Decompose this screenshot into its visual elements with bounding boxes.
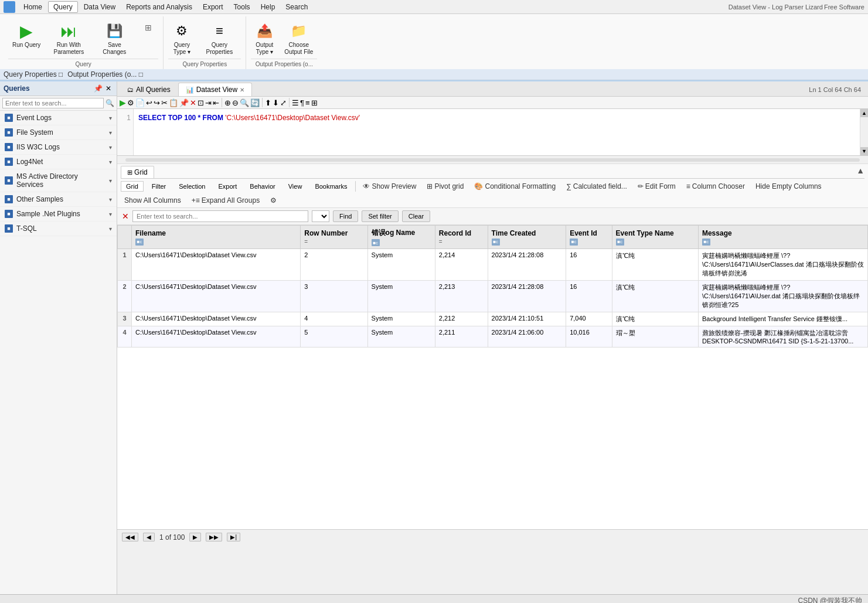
sql-fold-icon[interactable]: ⊕ <box>224 98 231 107</box>
find-button[interactable]: Find <box>333 210 358 222</box>
record-id-filter-icon[interactable]: = <box>439 239 442 245</box>
grid-sub-tab-export[interactable]: Export <box>214 182 242 191</box>
menu-data-view[interactable]: Data View <box>79 2 120 12</box>
filter-dropdown[interactable] <box>312 210 329 222</box>
sql-scroll-down[interactable]: ▼ <box>860 147 868 155</box>
choose-output-button[interactable]: 📁 ChooseOutput File <box>280 19 317 59</box>
grid-main-tab[interactable]: ⊞ Grid <box>121 166 154 178</box>
sql-paste-icon[interactable]: 📌 <box>179 98 189 107</box>
sql-up-icon[interactable]: ⬆ <box>265 98 271 107</box>
tab-all-queries[interactable]: 🗂 All Queries <box>120 83 178 96</box>
cond-format-button[interactable]: 🎨 Conditional Formatting <box>471 181 559 192</box>
col-header-event-type[interactable]: Event Type Name ■c <box>612 226 698 249</box>
filename-filter-icon[interactable]: ■c <box>135 239 144 246</box>
calc-field-button[interactable]: ∑ Calculated field... <box>563 181 631 192</box>
menu-reports[interactable]: Reports and Analysis <box>121 2 197 12</box>
grid-sub-tab-behavior[interactable]: Behavior <box>245 182 280 191</box>
sidebar-search-input[interactable] <box>2 98 104 108</box>
sidebar-item-tsql[interactable]: ■ T-SQL ▾ <box>0 222 117 236</box>
time-filter-icon[interactable]: ■c <box>492 239 500 246</box>
grid-sub-tab-filter[interactable]: Filter <box>147 182 171 191</box>
tab-dataset-view[interactable]: 📊 Dataset View ✕ <box>178 83 252 96</box>
col-header-row-number[interactable]: Row Number = <box>301 226 367 249</box>
page-next-button[interactable]: ▶ <box>189 533 201 541</box>
sql-undo-icon[interactable]: ↩ <box>146 98 152 107</box>
sidebar-item-log4net[interactable]: ■ Log4Net ▾ <box>0 155 117 169</box>
menu-tools[interactable]: Tools <box>229 2 255 12</box>
menu-export[interactable]: Export <box>198 2 228 12</box>
dataset-view-tab-close[interactable]: ✕ <box>240 87 244 93</box>
sql-redo-icon[interactable]: ↪ <box>154 98 160 107</box>
run-with-params-button[interactable]: ⏭ Run With Parameters <box>47 19 90 59</box>
col-chooser-button[interactable]: ≡ Column Chooser <box>683 181 748 192</box>
sql-content[interactable]: SELECT TOP 100 * FROM 'C:\Users\16471\De… <box>134 109 860 155</box>
grid-sub-tab-selection[interactable]: Selection <box>174 182 210 191</box>
sql-cut-icon[interactable]: ✂ <box>161 98 168 107</box>
menu-search[interactable]: Search <box>281 2 312 12</box>
sql-copy-icon[interactable]: 📋 <box>169 98 178 107</box>
page-last-button[interactable]: ▶| <box>227 533 240 541</box>
sql-unfold-icon[interactable]: ⊖ <box>232 98 239 107</box>
data-grid[interactable]: Filename ■c Row Number = 错误o <box>117 225 868 529</box>
col-header-filename[interactable]: Filename ■c <box>132 226 301 249</box>
grid-sub-tab-grid[interactable]: Grid <box>121 181 144 192</box>
sql-wrap-icon[interactable]: ⊡ <box>198 98 204 107</box>
run-query-button[interactable]: ▶ Run Query <box>8 19 45 52</box>
sql-new-icon[interactable]: 📄 <box>135 98 145 107</box>
sql-list-icon[interactable]: ☰ <box>292 98 299 107</box>
sidebar-item-ms-active[interactable]: ■ MS Active Directory Services ▾ <box>0 169 117 192</box>
sql-paragraph-icon[interactable]: ¶ <box>300 98 304 107</box>
sidebar-item-other-samples[interactable]: ■ Other Samples ▾ <box>0 192 117 207</box>
output-type-button[interactable]: 📤 OutputType ▾ <box>251 19 278 59</box>
sql-run-icon[interactable]: ▶ <box>120 98 126 107</box>
sidebar-pin-icon[interactable]: 📌 <box>93 84 103 93</box>
col-header-event-id[interactable]: Event Id ■c <box>566 226 612 249</box>
sql-replace-icon[interactable]: 🔄 <box>250 98 260 107</box>
grid-sub-tab-bookmarks[interactable]: Bookmarks <box>310 182 352 191</box>
sql-find-icon[interactable]: 🔍 <box>240 98 249 107</box>
hide-empty-button[interactable]: Hide Empty Columns <box>752 181 825 192</box>
sql-hscrollbar[interactable] <box>117 156 868 164</box>
sidebar-item-sample-plugins[interactable]: ■ Sample .Net Plugins ▾ <box>0 207 117 222</box>
show-all-cols-button[interactable]: Show All Columns <box>121 195 185 206</box>
row-number-filter-icon[interactable]: = <box>304 239 308 245</box>
expand-groups-button[interactable]: +≡ Expand All Groups <box>188 195 263 206</box>
page-prev-button[interactable]: ◀ <box>143 533 155 541</box>
pivot-grid-button[interactable]: ⊞ Pivot grid <box>423 181 467 192</box>
query-properties-button[interactable]: ≡ Query Properties <box>198 19 241 59</box>
col-header-record-id[interactable]: Record Id = <box>435 226 488 249</box>
sidebar-item-event-logs[interactable]: ■ Event Logs ▾ <box>0 111 117 125</box>
sidebar-item-file-system[interactable]: ■ File System ▾ <box>0 125 117 140</box>
sql-scroll-up[interactable]: ▲ <box>860 109 868 117</box>
filter-search-input[interactable] <box>132 210 308 222</box>
query-type-button[interactable]: ⚙ QueryType ▾ <box>168 19 195 59</box>
sql-indent-icon[interactable]: ⇥ <box>205 98 212 107</box>
edit-form-button[interactable]: ✏ Edit Form <box>634 181 679 192</box>
set-filter-button[interactable]: Set filter <box>362 210 398 222</box>
col-header-log-name[interactable]: 错误og Name ■c <box>367 226 435 249</box>
sql-zoom-icon[interactable]: ⤢ <box>280 98 287 107</box>
save-changes-button[interactable]: 💾 Save Changes <box>93 19 136 59</box>
sql-outdent-icon[interactable]: ⇤ <box>213 98 219 107</box>
message-filter-icon[interactable]: ■c <box>702 239 710 246</box>
col-header-message[interactable]: Message ■c <box>698 226 867 249</box>
sql-gear-icon[interactable]: ⚙ <box>127 98 134 107</box>
col-header-time-created[interactable]: Time Created ■c <box>488 226 566 249</box>
log-name-filter-icon[interactable]: ■c <box>372 239 380 246</box>
menu-home[interactable]: Home <box>19 2 47 12</box>
sql-vscrollbar[interactable]: ▲ ▼ <box>860 109 868 155</box>
show-preview-button[interactable]: 👁 Show Preview <box>359 181 420 192</box>
grid-collapse-icon[interactable]: ▲ <box>856 166 864 178</box>
grid-sub-tab-view[interactable]: View <box>284 182 307 191</box>
page-next-next-button[interactable]: ▶▶ <box>206 533 222 541</box>
sql-delete-icon[interactable]: ✕ <box>190 98 196 107</box>
filter-close-icon[interactable]: ✕ <box>122 212 129 221</box>
page-first-button[interactable]: ◀◀ <box>122 533 138 541</box>
sql-more-icon[interactable]: ⊞ <box>311 98 318 107</box>
menu-query[interactable]: Query <box>48 1 78 13</box>
sidebar-item-iis[interactable]: ■ IIS W3C Logs ▾ <box>0 140 117 155</box>
sidebar-close-icon[interactable]: ✕ <box>104 84 113 93</box>
sql-down-icon[interactable]: ⬇ <box>273 98 279 107</box>
sql-align-icon[interactable]: ≡ <box>305 98 310 107</box>
clear-button[interactable]: Clear <box>402 210 430 222</box>
